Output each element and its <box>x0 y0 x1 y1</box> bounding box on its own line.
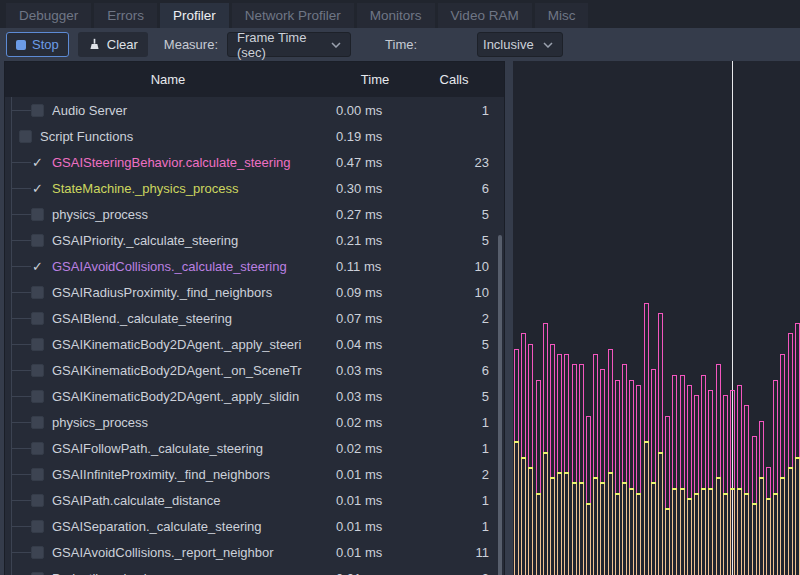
table-row[interactable]: physics_process0.27 ms5 <box>5 201 504 227</box>
row-name: GSAIKinematicBody2DAgent._apply_steeri <box>52 337 331 352</box>
godot-profiler-panel: DebuggerErrorsProfilerNetwork ProfilerMo… <box>0 0 800 575</box>
profiler-toolbar: Stop Clear Measure: Frame Time (sec) Tim… <box>0 28 800 61</box>
frame-bar-lower <box>788 467 793 575</box>
tree-branch-line <box>11 188 31 189</box>
frame-bar-statemachine-tick <box>586 503 591 505</box>
frame-bar-steering <box>615 380 620 493</box>
row-name: GSAIKinematicBody2DAgent._apply_slidin <box>52 389 331 404</box>
row-checkbox[interactable] <box>31 494 44 507</box>
frame-bar-lower <box>572 482 577 575</box>
row-checkbox[interactable] <box>19 130 32 143</box>
frame-bar-steering <box>752 436 757 503</box>
table-row[interactable]: GSAIBlend._calculate_steering0.07 ms2 <box>5 305 504 331</box>
time-dropdown[interactable]: Inclusive <box>477 32 563 57</box>
table-row[interactable]: GSAIKinematicBody2DAgent._apply_steeri0.… <box>5 331 504 357</box>
column-header-time: Time <box>331 72 419 87</box>
frame-bar-lower <box>550 477 555 575</box>
row-checkbox-checked[interactable]: ✓ <box>31 182 44 195</box>
table-row[interactable]: Audio Server0.00 ms1 <box>5 97 504 123</box>
frame-bar-statemachine-tick <box>550 477 555 479</box>
frame-bar-lower <box>694 493 699 575</box>
row-time: 0.11 ms <box>331 259 419 274</box>
table-row[interactable]: ✓GSAIAvoidCollisions._calculate_steering… <box>5 253 504 279</box>
row-checkbox[interactable] <box>31 208 44 221</box>
tab-debugger[interactable]: Debugger <box>6 3 91 28</box>
table-row[interactable]: GSAIKinematicBody2DAgent._apply_slidin0.… <box>5 383 504 409</box>
table-row[interactable]: GSAIKinematicBody2DAgent._on_SceneTr0.03… <box>5 357 504 383</box>
table-row[interactable]: GSAIInfiniteProximity._find_neighbors0.0… <box>5 461 504 487</box>
clear-button[interactable]: Clear <box>78 32 148 57</box>
frame-bar-lower <box>521 457 526 575</box>
frame-bar-steering <box>788 333 793 467</box>
row-checkbox[interactable] <box>31 390 44 403</box>
frame-bar-steering <box>564 354 569 472</box>
row-checkbox[interactable] <box>31 364 44 377</box>
frame-bar-statemachine-tick <box>622 482 627 484</box>
tab-video-ram[interactable]: Video RAM <box>438 3 532 28</box>
row-name: Projectile._physics_process <box>52 571 331 575</box>
table-row[interactable]: GSAIPath.calculate_distance0.01 ms1 <box>5 487 504 513</box>
frame-time-graph[interactable] <box>513 61 800 575</box>
table-row[interactable]: GSAISeparation._calculate_steering0.01 m… <box>5 513 504 539</box>
frame-bar-lower <box>744 493 749 575</box>
table-row[interactable]: GSAIFollowPath._calculate_steering0.02 m… <box>5 435 504 461</box>
row-calls: 5 <box>419 337 489 352</box>
frame-bar-statemachine-tick <box>651 482 656 484</box>
frame-bar-lower <box>600 482 605 575</box>
frame-bar-statemachine-tick <box>521 457 526 459</box>
frame-bar-statemachine-tick <box>579 482 584 484</box>
tab-monitors[interactable]: Monitors <box>357 3 435 28</box>
table-row[interactable]: ✓GSAISteeringBehavior.calculate_steering… <box>5 149 504 175</box>
tab-errors[interactable]: Errors <box>94 3 157 28</box>
table-header: Name Time Calls <box>5 62 504 97</box>
row-name: GSAIPath.calculate_distance <box>52 493 331 508</box>
table-row[interactable]: GSAIAvoidCollisions._report_neighbor0.01… <box>5 539 504 565</box>
frame-bar-statemachine-tick <box>752 503 757 505</box>
frame-bar-steering <box>744 405 749 492</box>
row-checkbox-checked[interactable]: ✓ <box>31 260 44 273</box>
row-time: 0.03 ms <box>331 389 419 404</box>
row-checkbox[interactable] <box>31 546 44 559</box>
table-row[interactable]: Script Functions0.19 ms <box>5 123 504 149</box>
row-checkbox[interactable] <box>31 468 44 481</box>
row-checkbox[interactable] <box>31 312 44 325</box>
row-checkbox-checked[interactable]: ✓ <box>31 156 44 169</box>
row-name: GSAIKinematicBody2DAgent._on_SceneTr <box>52 363 331 378</box>
frame-bar-statemachine-tick <box>773 493 778 495</box>
tab-profiler[interactable]: Profiler <box>160 3 229 28</box>
frame-bar-steering <box>593 354 598 477</box>
row-checkbox[interactable] <box>31 338 44 351</box>
clear-button-label: Clear <box>107 37 138 52</box>
row-time: 0.09 ms <box>331 285 419 300</box>
row-checkbox[interactable] <box>31 520 44 533</box>
tab-misc[interactable]: Misc <box>535 3 589 28</box>
row-checkbox[interactable] <box>31 442 44 455</box>
row-checkbox[interactable] <box>31 104 44 117</box>
tab-network-profiler[interactable]: Network Profiler <box>232 3 354 28</box>
frame-bar-steering <box>665 416 670 509</box>
table-row[interactable]: ✓StateMachine._physics_process0.30 ms6 <box>5 175 504 201</box>
tree-branch-line <box>11 552 31 553</box>
row-checkbox[interactable] <box>31 286 44 299</box>
table-row[interactable]: physics_process0.02 ms1 <box>5 409 504 435</box>
frame-bar-statemachine-tick <box>615 493 620 495</box>
table-row[interactable]: GSAIRadiusProximity._find_neighbors0.09 … <box>5 279 504 305</box>
table-row[interactable]: GSAIPriority._calculate_steering0.21 ms5 <box>5 227 504 253</box>
frame-bar-steering <box>737 385 742 488</box>
row-name: GSAIAvoidCollisions._report_neighbor <box>52 545 331 560</box>
frame-bar-lower <box>528 467 533 575</box>
row-time: 0.01 ms <box>331 545 419 560</box>
frame-bar-statemachine-tick <box>780 477 785 479</box>
chevron-down-icon <box>543 42 553 48</box>
row-checkbox[interactable] <box>31 234 44 247</box>
measure-dropdown[interactable]: Frame Time (sec) <box>227 32 351 57</box>
table-row[interactable]: Projectile._physics_process0.01 ms3 <box>5 565 504 575</box>
row-checkbox[interactable] <box>31 572 44 575</box>
row-checkbox[interactable] <box>31 416 44 429</box>
frame-bar-steering <box>680 375 685 488</box>
row-time: 0.01 ms <box>331 493 419 508</box>
table-scrollbar[interactable] <box>498 235 502 575</box>
row-name: Script Functions <box>40 129 331 144</box>
stop-button[interactable]: Stop <box>6 32 69 57</box>
frame-bar-steering <box>672 375 677 488</box>
